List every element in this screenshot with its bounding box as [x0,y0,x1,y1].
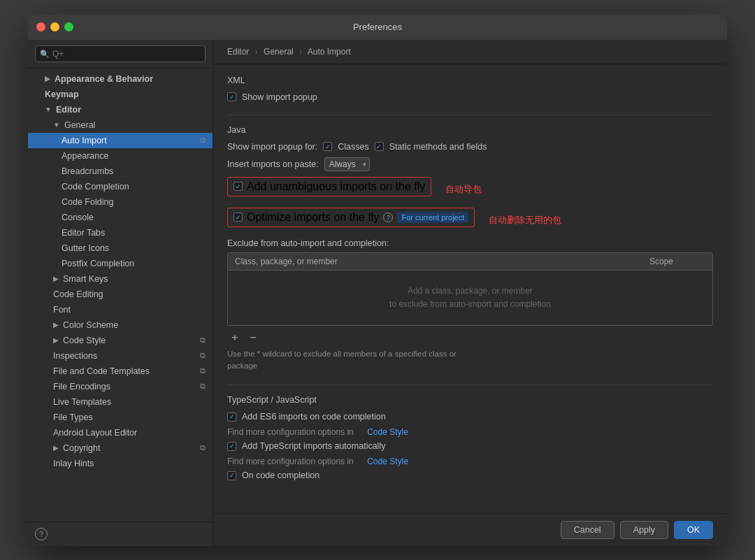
sidebar-item-console[interactable]: Console [28,210,213,225]
close-button[interactable] [36,22,45,31]
ok-button[interactable]: OK [674,521,713,539]
exclude-table-label: Exclude from auto-import and completion: [227,238,713,248]
on-completion-label: On code completion [242,471,319,480]
titlebar: Preferences [28,15,727,40]
xml-section-title: XML [227,76,713,85]
sidebar-item-smart-keys[interactable]: ▶ Smart Keys [28,271,213,287]
window-controls [36,22,73,31]
main-scroll-area: XML Show import popup Java Show import p… [213,64,727,513]
copy-icon: ⧉ [200,136,206,145]
insert-imports-row: Insert imports on paste: Always Ask Neve… [227,157,713,171]
code-style-link-2[interactable]: Code Style [367,457,408,466]
divider-2 [227,385,713,385]
breadcrumb: Editor › General › Auto Import [213,40,727,64]
sidebar-item-code-editing[interactable]: Code Editing [28,287,213,302]
sidebar-item-color-scheme[interactable]: ▶ Color Scheme [28,317,213,333]
sidebar-item-android-layout-editor[interactable]: Android Layout Editor [28,425,213,440]
sidebar-item-file-types[interactable]: File Types [28,410,213,425]
table-empty-message: Add a class, package, or memberto exclud… [228,271,712,325]
optimize-imports-checkbox[interactable] [233,213,243,222]
table-buttons: + − [227,330,713,345]
footer-wrapper: Cancel Apply OK [213,513,727,546]
sidebar-item-live-templates[interactable]: Live Templates [28,394,213,410]
show-import-popup-row: Show import popup [227,92,713,102]
classes-label: Classes [338,142,368,152]
show-popup-for-label: Show import popup for: [227,142,317,152]
ts-auto-row: Add TypeScript imports automatically [227,441,713,451]
exclude-table-section: Exclude from auto-import and completion:… [227,238,713,373]
sidebar-item-inlay-hints[interactable]: Inlay Hints [28,456,213,471]
add-exclude-button[interactable]: + [227,330,243,345]
table-header: Class, package, or member Scope [228,253,712,271]
sidebar-item-appearance[interactable]: Appearance [28,148,213,164]
divider-1 [227,115,713,115]
sidebar-item-file-encodings[interactable]: File Encodings ⧉ [28,379,213,394]
sidebar-item-appearance-behavior[interactable]: ▶ Appearance & Behavior [28,71,213,87]
es6-imports-checkbox[interactable] [227,412,236,422]
auto-import-checkbox[interactable] [233,182,243,191]
sidebar-item-postfix-completion[interactable]: Postfix Completion [28,256,213,271]
auto-import-annotation: 自动导包 [445,183,482,196]
sidebar-item-file-code-templates[interactable]: File and Code Templates ⧉ [28,364,213,379]
sidebar-item-general[interactable]: ▼ General [28,117,213,133]
search-icon: 🔍 [40,49,50,58]
sidebar-item-copyright[interactable]: ▶ Copyright ⧉ [28,440,213,456]
search-wrapper: 🔍 [35,45,206,62]
table-header-scope: Scope [649,257,705,266]
sidebar-item-code-completion[interactable]: Code Completion [28,179,213,194]
preferences-window: Preferences 🔍 ▶ Appearance & Behavior Ke… [28,15,727,546]
apply-button[interactable]: Apply [620,521,668,539]
classes-checkbox[interactable] [323,142,332,151]
optimize-imports-row: Optimize imports on the fly ? For curren… [227,208,713,233]
breadcrumb-part-3: Auto Import [308,47,351,57]
insert-imports-dropdown-wrapper: Always Ask Never ▾ [324,157,370,171]
optimize-imports-annotation: 自动删除无用的包 [489,214,561,227]
code-style-link-1[interactable]: Code Style [367,427,408,437]
ts-auto-label: Add TypeScript imports automatically [242,441,385,451]
maximize-button[interactable] [64,22,73,31]
find-more-2-text: Find more configuration options in [227,457,354,466]
insert-imports-label: Insert imports on paste: [227,159,319,169]
cancel-button[interactable]: Cancel [561,521,614,539]
chevron-right-icon-4: ▶ [53,336,59,344]
show-import-popup-checkbox[interactable] [227,92,236,101]
ts-auto-checkbox[interactable] [227,442,236,451]
sidebar-item-gutter-icons[interactable]: Gutter Icons [28,240,213,256]
sidebar-item-font[interactable]: Font [28,302,213,317]
chevron-down-icon: ▼ [45,106,52,113]
help-button[interactable]: ? [35,528,48,540]
copy-icon-4: ⧉ [200,366,206,375]
find-more-2-row: Find more configuration options in Code … [227,457,713,466]
sidebar-item-editor-tabs[interactable]: Editor Tabs [28,225,213,240]
sidebar-item-auto-import[interactable]: Auto Import ⧉ [28,133,213,148]
sidebar-item-code-folding[interactable]: Code Folding [28,194,213,210]
main-content: 🔍 ▶ Appearance & Behavior Keymap ▼ Edito… [28,40,727,546]
es6-imports-row: Add ES6 imports on code completion [227,412,713,422]
breadcrumb-part-2: General [264,47,294,57]
chevron-right-icon: ▶ [45,75,50,82]
sidebar-item-inspections[interactable]: Inspections ⧉ [28,348,213,364]
breadcrumb-sep-1: › [255,47,258,57]
remove-exclude-button[interactable]: − [245,330,261,345]
find-more-1-text: Find more configuration options in [227,427,354,437]
sidebar-item-code-style[interactable]: ▶ Code Style ⧉ [28,333,213,348]
sidebar-item-editor[interactable]: ▼ Editor [28,102,213,117]
on-completion-row: On code completion [227,471,713,480]
search-input[interactable] [35,45,206,62]
chevron-right-icon-5: ▶ [53,444,59,452]
sidebar-item-breadcrumbs[interactable]: Breadcrumbs [28,164,213,179]
breadcrumb-part-1: Editor [227,47,249,57]
chevron-right-icon-2: ▶ [53,275,59,282]
auto-import-highlight-box: Add unambiguous imports on the fly [227,177,431,196]
minimize-button[interactable] [50,22,59,31]
typescript-section-title: TypeScript / JavaScript [227,395,713,405]
auto-import-row: Add unambiguous imports on the fly 自动导包 [227,177,713,202]
find-more-1-row: Find more configuration options in Code … [227,427,713,437]
on-completion-checkbox[interactable] [227,471,236,480]
optimize-imports-help-icon[interactable]: ? [383,213,393,222]
for-current-project-badge: For current project [397,212,468,223]
insert-imports-select[interactable]: Always Ask Never [324,157,370,171]
sidebar-item-keymap[interactable]: Keymap [28,87,213,102]
static-methods-checkbox[interactable] [375,142,384,151]
java-section: Java Show import popup for: Classes Stat… [227,125,713,373]
